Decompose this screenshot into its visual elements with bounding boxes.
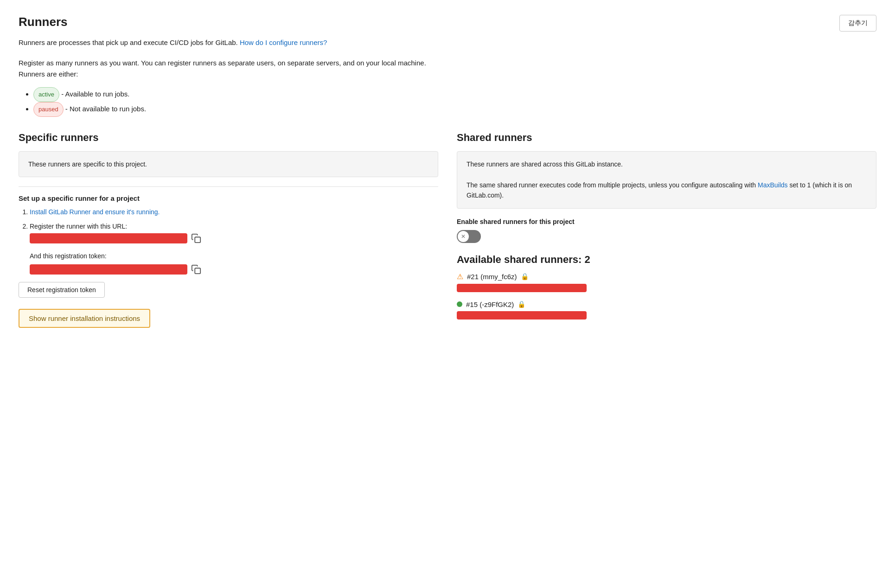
svg-rect-1: [195, 268, 200, 274]
specific-runners-title: Specific runners: [19, 132, 438, 144]
active-badge: active: [33, 87, 59, 102]
reset-token-button[interactable]: Reset registration token: [19, 282, 105, 298]
configure-runners-link[interactable]: How do I configure runners?: [240, 38, 327, 46]
token-redacted: [30, 264, 187, 275]
shared-runners-toggle[interactable]: ✕: [457, 230, 481, 243]
maxbuilds-link[interactable]: MaxBuilds: [758, 181, 788, 189]
svg-rect-0: [195, 237, 200, 243]
lock-icon-21: 🔒: [521, 273, 529, 280]
divider: [19, 186, 438, 187]
active-description: - Available to run jobs.: [61, 90, 129, 98]
setup-steps: Install GitLab Runner and ensure it's ru…: [19, 207, 438, 274]
token-label: And this registration token:: [30, 251, 438, 261]
description-text: Register as many runners as you want. Yo…: [19, 58, 876, 80]
list-item-active: active - Available to run jobs.: [33, 87, 876, 102]
shared-info-line2: The same shared runner executes code fro…: [467, 180, 867, 201]
available-runners-title: Available shared runners: 2: [457, 254, 876, 266]
copy-token-icon[interactable]: [191, 264, 201, 275]
runner-15-header: #15 (-z9FfGK2) 🔒: [457, 300, 876, 308]
url-row: [30, 233, 438, 243]
token-row: [30, 264, 438, 275]
runner-item-21: ⚠ #21 (mmy_fc6z) 🔒: [457, 272, 876, 292]
paused-description: - Not available to run jobs.: [65, 105, 146, 113]
hide-button[interactable]: 감추기: [839, 15, 876, 32]
enable-shared-runners-row: Enable shared runners for this project ✕: [457, 218, 876, 244]
specific-runners-info-box: These runners are specific to this proje…: [19, 151, 438, 177]
step-1: Install GitLab Runner and ensure it's ru…: [30, 207, 438, 217]
url-redacted: [30, 233, 187, 243]
shared-runners-section: Shared runners These runners are shared …: [457, 132, 876, 328]
shared-runners-title: Shared runners: [457, 132, 876, 144]
status-list: active - Available to run jobs. paused -…: [19, 87, 876, 117]
runner-21-bar: [457, 284, 587, 292]
runner-15-id: #15 (-z9FfGK2): [466, 300, 514, 308]
page-header: Runners 감추기: [19, 15, 876, 32]
intro-text: Runners are processes that pick up and e…: [19, 37, 876, 48]
paused-badge: paused: [33, 102, 64, 117]
two-column-layout: Specific runners These runners are speci…: [19, 132, 876, 328]
shared-runners-info-box: These runners are shared across this Git…: [457, 151, 876, 209]
step-2: Register the runner with this URL: And t…: [30, 221, 438, 275]
runner-item-15: #15 (-z9FfGK2) 🔒: [457, 300, 876, 320]
copy-url-icon[interactable]: [191, 233, 201, 243]
install-runner-link[interactable]: Install GitLab Runner and ensure it's ru…: [30, 208, 160, 216]
toggle-knob: ✕: [458, 231, 469, 242]
runner-21-id: #21 (mmy_fc6z): [467, 273, 517, 281]
shared-info-line1: These runners are shared across this Git…: [467, 159, 867, 169]
runner-15-bar: [457, 311, 587, 320]
show-instructions-button[interactable]: Show runner installation instructions: [19, 309, 150, 328]
page-title: Runners: [19, 15, 67, 29]
list-item-paused: paused - Not available to run jobs.: [33, 102, 876, 117]
specific-runners-section: Specific runners These runners are speci…: [19, 132, 438, 328]
enable-label: Enable shared runners for this project: [457, 218, 876, 225]
runner-21-header: ⚠ #21 (mmy_fc6z) 🔒: [457, 272, 876, 281]
lock-icon-15: 🔒: [518, 300, 525, 308]
green-dot-icon: [457, 301, 462, 307]
setup-title: Set up a specific runner for a project: [19, 194, 438, 202]
warning-icon: ⚠: [457, 272, 463, 281]
